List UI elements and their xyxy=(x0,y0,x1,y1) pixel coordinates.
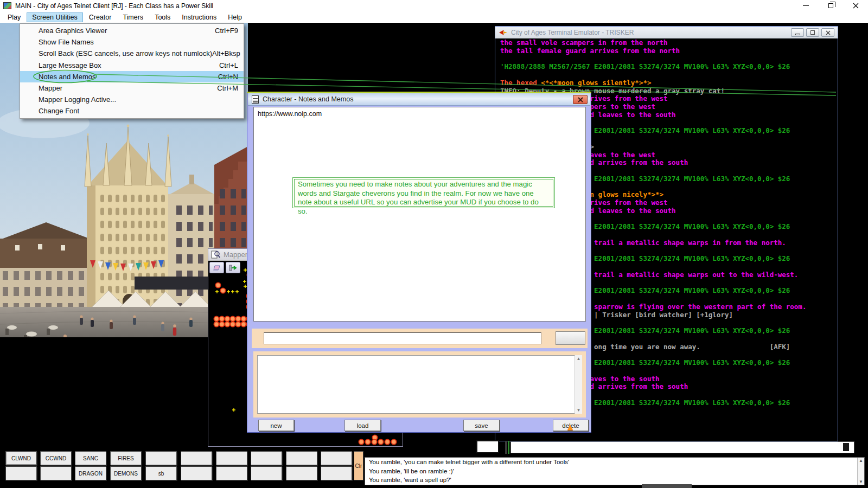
notes-close-button[interactable] xyxy=(573,95,588,104)
map-path-mark xyxy=(243,280,246,283)
notes-unlabeled-button[interactable] xyxy=(556,331,585,345)
map-room-dot xyxy=(225,316,229,321)
map-room-dot xyxy=(214,316,219,321)
map-room-dot xyxy=(391,439,396,444)
menu-item-label: Mapper Logging Active... xyxy=(39,95,238,104)
menu-item-label: Show File Names xyxy=(39,38,238,46)
menu-item-scroll-back-esc-cancels-use-ar[interactable]: Scroll Back (ESC cancels, use arrow keys… xyxy=(20,48,244,59)
notes-new-button[interactable]: new xyxy=(258,420,294,431)
menu-item-notes-and-memos[interactable]: Notes and MemosCtrl+N xyxy=(20,71,244,82)
terminal-line: the tall female guard arrives from the n… xyxy=(500,47,806,55)
map-room-dot xyxy=(219,322,224,326)
menu-item-mapper-logging-active-[interactable]: Mapper Logging Active... xyxy=(20,94,244,105)
app-icon xyxy=(3,2,11,9)
menu-timers[interactable]: Timers xyxy=(117,12,149,22)
hotkey-button-r1c7[interactable] xyxy=(251,466,282,480)
hotkey-button-r1c0[interactable] xyxy=(5,466,37,480)
terminal-line: the small vole scampers in from the nort… xyxy=(500,39,806,47)
map-room-dot xyxy=(225,322,229,326)
notes-titlebar[interactable]: Character - Notes and Memos xyxy=(248,93,590,106)
scroll-down-icon[interactable]: ▼ xyxy=(859,479,863,484)
terminal-line: 'H2888/2888 M2567/2567 E2081/2081 S3274/… xyxy=(500,63,806,71)
map-room-dot xyxy=(385,439,390,444)
menu-item-show-file-names[interactable]: Show File Names xyxy=(20,36,244,48)
text-cursor xyxy=(843,443,849,451)
minimize-button[interactable] xyxy=(793,0,818,11)
menu-bar: PlayScreen UtilitiesCreatorTimersToolsIn… xyxy=(0,11,868,23)
map-room-dot xyxy=(372,439,376,444)
menu-item-large-message-box[interactable]: Large Message BoxCtrl+L xyxy=(20,60,244,71)
main-title: MAIN - City of Ages Telnet Client [RJ] -… xyxy=(15,2,213,10)
message-scrollbar[interactable]: ▲ ▼ xyxy=(857,458,864,485)
notes-close-icon xyxy=(578,97,583,102)
command-input[interactable] xyxy=(510,441,854,453)
notes-name-input[interactable] xyxy=(264,332,541,344)
notes-top-highlight xyxy=(247,92,591,93)
hotkey-button-sb[interactable]: sb xyxy=(145,466,177,480)
menu-screen-utilities[interactable]: Screen Utilities xyxy=(27,12,82,22)
hotkey-button-r1c5[interactable] xyxy=(181,466,212,480)
close-button[interactable] xyxy=(843,0,868,11)
hotkey-button-dragon[interactable]: DRAGON xyxy=(75,466,106,480)
scroll-up-icon[interactable]: ▲ xyxy=(859,458,863,463)
hotkey-button-r1c9[interactable] xyxy=(321,466,352,480)
menu-item-shortcut: Ctrl+N xyxy=(218,73,238,81)
delete-annotation-arrow xyxy=(567,425,573,430)
menu-creator[interactable]: Creator xyxy=(84,12,117,22)
menu-instructions[interactable]: Instructions xyxy=(176,12,222,22)
terminal-line xyxy=(500,55,806,63)
terminal-close-button[interactable] xyxy=(821,28,834,37)
command-row xyxy=(0,440,868,455)
map-path-mark xyxy=(235,290,239,293)
notes-scrollbar[interactable]: ▲ ▼ xyxy=(575,355,582,414)
menu-help[interactable]: Help xyxy=(222,12,247,22)
notes-dialog: Character - Notes and Memos https://www.… xyxy=(247,92,591,433)
map-path-mark xyxy=(231,290,234,293)
mapper-eraser-button[interactable] xyxy=(209,262,224,273)
notes-save-button[interactable]: save xyxy=(463,420,500,431)
map-room-dot xyxy=(219,316,224,321)
notes-load-button[interactable]: load xyxy=(344,420,381,431)
status-bar-green xyxy=(508,441,509,454)
restore-button[interactable] xyxy=(818,0,843,11)
menu-item-mapper[interactable]: MapperCtrl+M xyxy=(20,82,244,94)
ramble-message: You ramble, 'want a spell up?' xyxy=(365,476,864,485)
ramble-message-box[interactable]: ▲ ▼ You ramble, 'you can make telnet big… xyxy=(365,457,865,485)
map-room-dot xyxy=(230,316,235,321)
menu-tools[interactable]: Tools xyxy=(149,12,176,22)
notes-secondary-textarea[interactable]: ▲ ▼ xyxy=(253,351,586,418)
terminal-minimize-button[interactable] xyxy=(791,28,804,37)
terminal-titlebar[interactable]: City of Ages Terminal Emulator - TRISKER xyxy=(495,27,838,38)
menu-play[interactable]: Play xyxy=(2,12,26,22)
clear-button[interactable]: Clr xyxy=(354,451,363,480)
notes-text-area[interactable]: https://www.noip.com Sometimes you need … xyxy=(253,107,586,322)
hotkey-button-r1c6[interactable] xyxy=(216,466,247,480)
map-room-dot xyxy=(235,316,240,321)
mapper-title: Mapper xyxy=(224,251,247,259)
terminal-line: The hexed <*<*moon glows silently*>*> xyxy=(500,79,806,87)
notes-url-text: https://www.noip.com xyxy=(258,110,322,118)
terminal-line xyxy=(500,71,806,79)
hotkey-button-demons[interactable]: DEMONS xyxy=(110,466,142,480)
scroll-down-icon[interactable]: ▼ xyxy=(577,408,581,413)
main-titlebar: MAIN - City of Ages Telnet Client [RJ] -… xyxy=(0,0,868,11)
menu-item-shortcut: Alt+Bksp xyxy=(212,49,240,57)
map-room-dot xyxy=(214,322,219,326)
menu-item-change-font[interactable]: Change Font xyxy=(20,105,244,117)
hotkey-button-r1c8[interactable] xyxy=(286,466,317,480)
hotkey-button-r1c1[interactable] xyxy=(40,466,72,480)
menu-item-label: Area Graphics Viewer xyxy=(39,27,215,35)
scroll-up-icon[interactable]: ▲ xyxy=(577,356,581,361)
ramble-message: You ramble, 'you can make telnet bigger … xyxy=(365,458,864,467)
map-room-dot xyxy=(215,282,220,287)
map-path-mark xyxy=(227,290,230,293)
status-bar-dark xyxy=(505,441,507,454)
mapper-export-button[interactable] xyxy=(226,262,240,273)
ramble-message: You ramble, 'ill be on ramble :)' xyxy=(365,467,864,476)
notes-doc-icon xyxy=(252,95,259,104)
menu-item-shortcut: Ctrl+M xyxy=(217,84,238,92)
terminal-maximize-button[interactable] xyxy=(806,28,819,37)
screen-utilities-menu: Area Graphics ViewerCtrl+F9Show File Nam… xyxy=(20,23,244,119)
map-room-dot xyxy=(359,439,363,444)
menu-item-area-graphics-viewer[interactable]: Area Graphics ViewerCtrl+F9 xyxy=(20,25,244,36)
